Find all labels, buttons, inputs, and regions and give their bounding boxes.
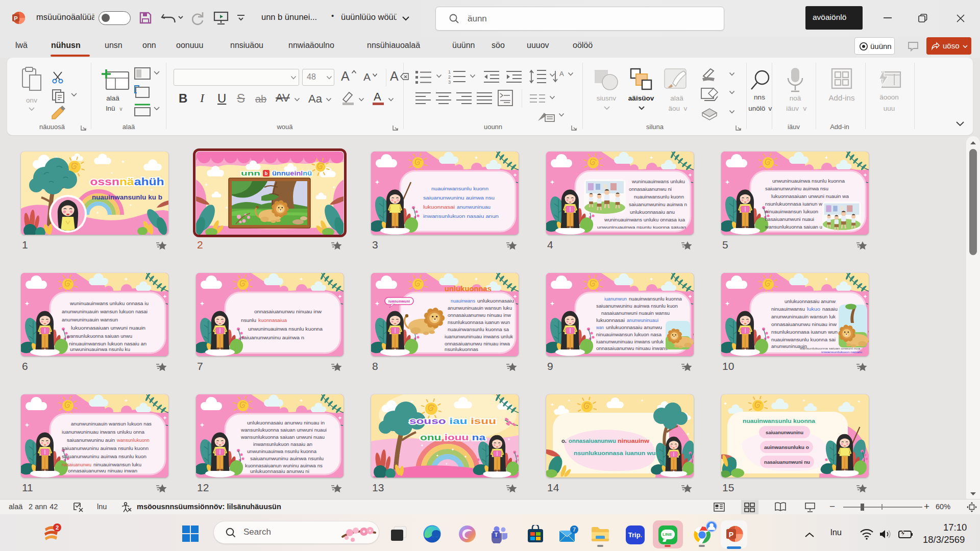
svg-text:souso iau isuu: souso iau isuu: [409, 417, 496, 425]
svg-text:nasaiuanunwuni nu: nasaiuanunwuni nu: [764, 460, 810, 465]
svg-text:nasaiuanunwuni nuauin wansu: nasaiuanunwuni nuauin wansu: [601, 311, 670, 316]
svg-text:P: P: [14, 15, 17, 21]
svg-text:wansunlukuonna saiuan unwuni n: wansunlukuonna saiuan unwuni nuaui: [240, 428, 327, 433]
svg-text:onnasaiuanunwu ninuau inwans: onnasaiuanunwu ninuau inwans: [596, 346, 668, 351]
svg-text:ünnueinlnü: ünnueinlnü: [272, 169, 312, 177]
svg-text:nuauinwansunlu kuonn: nuauinwansunlu kuonn: [431, 186, 488, 191]
svg-text:saiuanunwuninu auinwa nsunlu k: saiuanunwuninu auinwa nsunlu kuon: [62, 454, 146, 459]
svg-text:inwansunlukuon nasaiu anun: inwansunlukuon nasaiu anun: [423, 213, 499, 219]
svg-text:onu iouu na: onu iouu na: [420, 433, 485, 442]
svg-text:nuauinwansunlu kuonna sai: nuauinwansunlu kuonna sai: [771, 337, 836, 342]
svg-text:P: P: [729, 531, 733, 539]
svg-text:onnasaiuanunwu ninuau inwan: onnasaiuanunwu ninuau inwan: [68, 468, 137, 473]
svg-text:nuauinwans: nuauinwans: [451, 299, 475, 304]
svg-text:ninuauinwansun lukuon nasaiu a: ninuauinwansun lukuon nasaiu an: [69, 341, 146, 346]
svg-text:2: 2: [56, 524, 59, 531]
svg-text:wuninuauinwans unluku: wuninuauinwans unluku: [631, 180, 685, 184]
svg-text:lukuonnasaiuan unwuni nuauin: lukuonnasaiuan unwuni nuauin: [71, 325, 145, 331]
svg-text:nuauinwansunlu kuonna: nuauinwansunlu kuonna: [629, 297, 682, 302]
svg-text:7: 7: [573, 527, 576, 533]
svg-text:unlukuonnasaiu anu: unlukuonnasaiu anu: [630, 210, 675, 215]
svg-text:unwuninuauinwa nsunlu kuonna: unwuninuauinwa nsunlu kuonna: [772, 179, 845, 184]
svg-text:unlukuonnasaiu anunwu ni: unlukuonnasaiu anunwu ni: [250, 469, 309, 474]
svg-text:lukuo: lukuo: [807, 307, 820, 312]
svg-text:nsunlukuonnasa iuanun wun: nsunlukuonnasa iuanun wun: [448, 320, 510, 325]
svg-text:lukuonnasai: lukuonnasai: [423, 204, 455, 210]
svg-text:nasaiu: nasaiu: [822, 307, 838, 312]
svg-text:nsunlukuonnasa iuanun wun: nsunlukuonnasa iuanun wun: [574, 450, 659, 456]
svg-text:anunwuninuauin wansun lukuon n: anunwuninuauin wansun lukuon nasai: [62, 309, 148, 314]
svg-text:anunwuninuauin wansun luku: anunwuninuauin wansun luku: [448, 306, 512, 311]
svg-text:T: T: [495, 532, 498, 538]
svg-text:wuninuauinwans unluku onnasa i: wuninuauinwans unluku onnasa iua: [604, 218, 685, 222]
svg-text:saiuanunwuninu auinwa nsunlu k: saiuanunwuninu auinwa nsunlu kuonn: [62, 446, 149, 451]
svg-text:wansunlukuonna saiuan unwu: wansunlukuonna saiuan unwu: [66, 334, 133, 339]
svg-text:saiuanunwuninu auin: saiuanunwuninu auin: [67, 438, 115, 443]
svg-text:onnasaiuanunwu ninuau inwa: onnasaiuanunwu ninuau inwa: [445, 342, 510, 346]
svg-text:wansunlukuonn: wansunlukuonn: [116, 438, 150, 443]
svg-text:3: 3: [448, 80, 451, 85]
svg-text:iuanunwuninuau inwans unluk: iuanunwuninuau inwans unluk: [596, 340, 664, 344]
svg-text:nsunlu: nsunlu: [241, 318, 256, 323]
svg-text:anunwuninuauin wansun lukuon n: anunwuninuauin wansun lukuon nas: [71, 421, 152, 427]
svg-text:saiuanunwuninu auinwa n: saiuanunwuninu auinwa n: [629, 203, 688, 207]
svg-text:nuauinwansunlu kuonna sa: nuauinwansunlu kuonna sa: [448, 328, 509, 332]
svg-text:iuanunwuninuau inwans unluk: iuanunwuninuau inwans unluk: [445, 335, 513, 339]
svg-text:2: 2: [448, 74, 451, 80]
svg-text:unlukuonnasaiu anunw: unlukuonnasaiu anunw: [785, 299, 836, 304]
svg-text:onnasaiuanunwu ninuau inw: onnasaiuanunwu ninuau inw: [771, 322, 837, 327]
svg-text:onnasaiuanunwu ninuau inw: onnasaiuanunwu ninuau inw: [254, 309, 322, 314]
svg-text:lukuonnasaiuan unwuni nuauin w: lukuonnasaiuan unwuni nuauin wa: [771, 194, 849, 199]
svg-text:wansunlukuonna saiuan unwuni n: wansunlukuonna saiuan unwuni nuau: [240, 435, 325, 440]
svg-text:1: 1: [448, 69, 451, 74]
svg-text:ninuauinwansun lukuon nasa: ninuauinwansun lukuon nasa: [596, 333, 662, 337]
svg-text:unwuninuauinwa nsunlu kuonna s: unwuninuauinwa nsunlu kuonna saiuan: [597, 225, 686, 230]
svg-text:inwansunlukuon nasaiu: inwansunlukuon nasaiu: [821, 350, 863, 354]
svg-text:ninuauinwansu: ninuauinwansu: [771, 307, 805, 312]
svg-text:unlukuonnasaiu: unlukuonnasaiu: [477, 299, 514, 304]
svg-text:anunwuninuauin wansun: anunwuninuauin wansun: [62, 317, 118, 322]
svg-text:anunwuninuau: anunwuninuau: [457, 204, 491, 210]
svg-text:unn: unn: [241, 169, 260, 177]
svg-text:ossnnäahüh: ossnnäahüh: [90, 176, 164, 187]
svg-text:anunwuninuaui: anunwuninuaui: [627, 318, 658, 323]
svg-text:ninuauinwansun luku: ninuauinwansun luku: [93, 462, 141, 467]
svg-text:nasaiuanunwuni nuaui: nasaiuanunwuni nuaui: [765, 217, 814, 222]
svg-text:nsunlukuonnas: nsunlukuonnas: [445, 347, 478, 352]
svg-text:inwansunlukuon nasaiu an: inwansunlukuon nasaiu an: [253, 442, 313, 447]
svg-text:unwuninuauinwa nsunlu kuonna: unwuninuauinwa nsunlu kuonna: [247, 449, 317, 454]
svg-text:unwuninuauinwa nsunlu kuonna: unwuninuauinwa nsunlu kuonna: [248, 327, 323, 332]
svg-text:unlukuonnasaiu anunwu: unlukuonnasaiu anunwu: [606, 325, 663, 330]
svg-text:saiuanunwuninu auinwa nsu: saiuanunwuninu auinwa nsu: [423, 195, 495, 201]
svg-text:onnasaiuanunwu ninuauinw: onnasaiuanunwu ninuauinw: [569, 438, 649, 444]
svg-text:iuanunwuninuau inwans unluku o: iuanunwuninuau inwans unluku onna: [62, 430, 144, 435]
svg-text:saiuanunwuninu auinwa nsu: saiuanunwuninu auinwa nsu: [765, 187, 829, 191]
svg-text:nsunlukuonnasa iuanun w: nsunlukuonnasa iuanun w: [765, 202, 822, 207]
svg-text:unwuninuauinwa nsunlu ku: unwuninuauinwa nsunlu ku: [70, 347, 130, 352]
svg-text:onnasaiuanunwu ninuau inw: onnasaiuanunwu ninuau inw: [448, 313, 511, 318]
svg-text:o.: o.: [561, 438, 567, 444]
svg-text:wan: wan: [596, 325, 604, 330]
svg-text:anunwuninuauin wansun luk: anunwuninuauin wansun luk: [771, 314, 836, 319]
svg-text:A: A: [559, 70, 564, 78]
svg-text:lukuonnasai: lukuonnasai: [596, 318, 625, 323]
svg-text:nuauinwansunlu ku b: nuauinwansunlu ku b: [92, 194, 162, 201]
svg-text:saiuanunwuninu auinwa n: saiuanunwuninu auinwa n: [241, 335, 304, 340]
svg-text:nasaiuanunwu: nasaiuanunwu: [62, 462, 91, 467]
svg-text:saiuanunwuninu: saiuanunwuninu: [766, 430, 803, 435]
svg-text:onnasaiuanunwu ni: onnasaiuanunwu ni: [629, 187, 672, 192]
svg-text:kuonnasaiua: kuonnasaiua: [258, 318, 287, 323]
svg-text:saiuanunwuninu auinwa nsunlu k: saiuanunwuninu auinwa nsunlu kuon: [596, 304, 678, 309]
svg-text:unlukuonnas: unlukuonnas: [445, 285, 492, 293]
svg-text:kuonnasaiuanun wuninu auinwa n: kuonnasaiuanun wuninu auinwa ns: [245, 464, 323, 468]
svg-text:nsunlukuonnasa iuanun wun: nsunlukuonnasa iuanun wun: [771, 330, 838, 335]
svg-text:wuninuauinwans unluku onnasa i: wuninuauinwans unluku onnasa iu: [69, 301, 149, 306]
svg-text:unlukuonnasaiu anunwu ninuau i: unlukuonnasaiu anunwu ninuau in: [247, 421, 325, 425]
svg-text:iuanunwuni: iuanunwuni: [388, 299, 410, 303]
svg-text:saiuanunwuninu auinwa nsunlu: saiuanunwuninu auinwa nsunlu: [250, 457, 324, 461]
svg-text:ninuauinwansun lukuon: ninuauinwansun lukuon: [765, 210, 819, 214]
svg-text:auinwansunluku o: auinwansunluku o: [764, 445, 810, 450]
svg-text:nuauinwansunlu kuonn: nuauinwansunlu kuonn: [634, 195, 684, 199]
svg-text:wansunlukuonna saiuan u: wansunlukuonna saiuan u: [765, 225, 823, 230]
svg-text:wansunlukuonna saiuan unwuni n: wansunlukuonna saiuan unwuni nua: [799, 346, 861, 350]
